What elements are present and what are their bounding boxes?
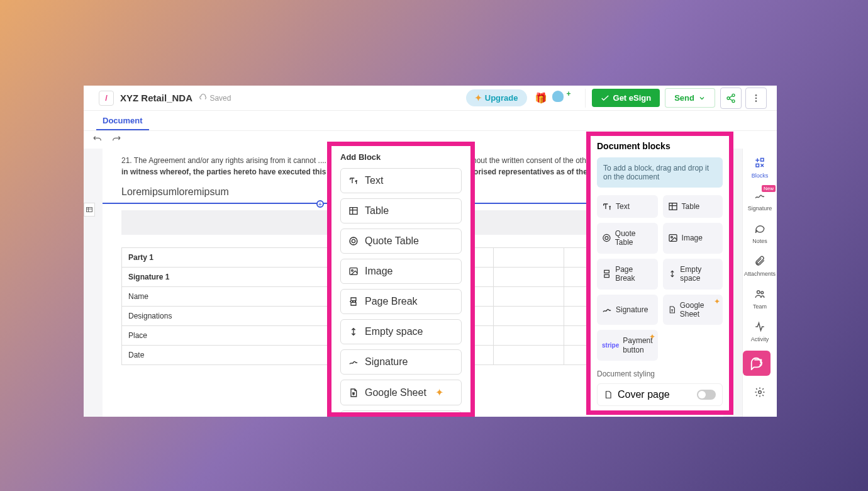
rail-settings[interactable] [743,381,777,405]
rail-notes[interactable]: Notes [743,218,777,249]
redo-icon[interactable] [111,135,121,145]
topbar: / XYZ Retail_NDA Saved ✦Upgrade 🎁 + Get … [84,86,777,111]
svg-point-2 [732,99,735,102]
block-card-payment-button[interactable]: stripe Payment button✦ [597,330,658,361]
block-option-signature[interactable]: Signature [340,349,462,375]
svg-point-29 [603,235,610,242]
right-rail: Blocks New Signature Notes Attachments T… [742,149,777,417]
block-card-signature[interactable]: Signature [597,295,658,325]
document-title: XYZ Retail_NDA [120,93,192,103]
svg-point-0 [732,94,735,96]
svg-rect-8 [87,208,92,212]
svg-rect-19 [350,208,357,215]
gift-icon[interactable]: 🎁 [535,92,547,104]
cover-page-toggle[interactable] [697,390,716,400]
rail-activity[interactable]: Activity [743,316,777,347]
tab-bar: Document [84,111,777,131]
svg-point-1 [727,97,730,99]
svg-point-7 [755,100,757,102]
svg-rect-26 [669,203,677,210]
block-card-page-break[interactable]: Page Break [597,259,658,290]
chat-fab[interactable] [743,351,771,376]
block-option-empty-space[interactable]: Empty space [340,319,462,344]
block-option-google-sheet[interactable]: Google Sheet✦ [340,380,462,405]
block-option-quote-table[interactable]: Quote Table [340,229,462,254]
saved-status: Saved [199,93,231,103]
tab-document[interactable]: Document [96,112,149,130]
block-option-image[interactable]: Image [340,259,462,284]
svg-point-30 [605,237,608,240]
add-block-panel: Add Block Text Table Quote Table Image P… [327,142,475,417]
rail-signature[interactable]: New Signature [743,185,777,217]
panel-title: Add Block [340,152,462,162]
block-card-google-sheet[interactable]: Google Sheet✦ [663,295,723,325]
block-option-table[interactable]: Table [340,198,462,223]
svg-point-25 [352,269,353,271]
svg-point-18 [759,391,762,394]
svg-line-3 [730,96,733,98]
svg-point-13 [757,291,760,294]
block-card-empty-space[interactable]: Empty space [663,259,723,290]
more-button[interactable] [745,87,767,109]
rail-team[interactable]: Team [743,283,777,315]
upgrade-button[interactable]: ✦Upgrade [466,89,527,106]
rail-attachments[interactable]: Attachments [743,251,777,282]
insert-handle-icon[interactable]: + [316,200,324,208]
block-card-text[interactable]: Text [597,195,658,218]
send-button[interactable]: Send [665,88,715,108]
undo-icon[interactable] [92,135,103,145]
document-blocks-panel: Document blocks To add a block, drag and… [586,132,733,415]
block-card-table[interactable]: Table [663,195,723,218]
share-button[interactable] [720,87,742,109]
app-logo: / [99,91,114,106]
block-card-quote-table[interactable]: Quote Table [597,223,658,254]
block-option-payment-button[interactable]: stripe Payment button✦ New [340,410,462,417]
cover-page-row: Cover page [597,383,723,406]
svg-point-14 [761,291,764,294]
svg-point-23 [352,239,355,242]
outline-toggle[interactable] [84,203,95,217]
new-badge: New [762,185,776,192]
block-option-text[interactable]: Text [340,168,462,193]
get-esign-button[interactable]: Get eSign [592,89,660,107]
styling-heading: Document styling [597,370,723,378]
block-card-image[interactable]: Image [663,223,723,254]
rail-blocks[interactable]: Blocks [743,152,777,184]
svg-point-22 [350,237,357,245]
svg-line-4 [730,98,733,100]
add-user-button[interactable]: + [552,91,570,106]
panel-title: Document blocks [597,141,723,151]
tip-text: To add a block, drag and drop it on the … [597,157,723,188]
block-option-page-break[interactable]: Page Break [340,289,462,314]
svg-point-6 [755,97,757,99]
svg-point-5 [755,94,757,96]
svg-point-32 [670,237,672,239]
